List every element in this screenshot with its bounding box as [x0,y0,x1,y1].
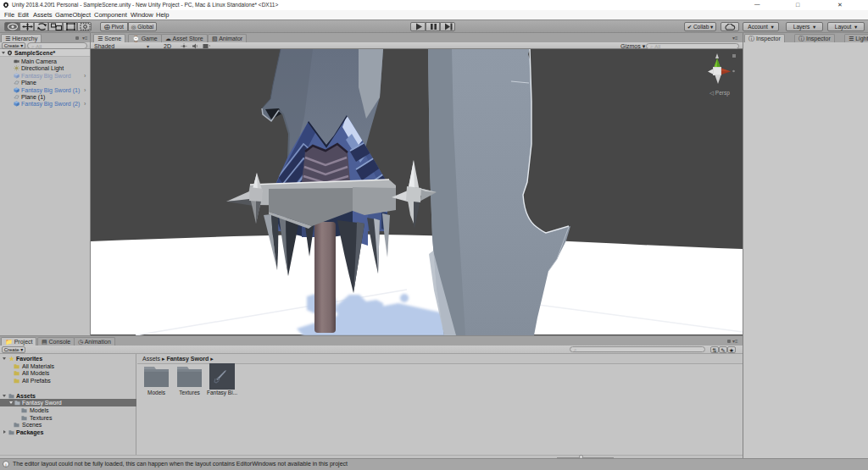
svg-text:◁ Persp: ◁ Persp [709,90,730,97]
